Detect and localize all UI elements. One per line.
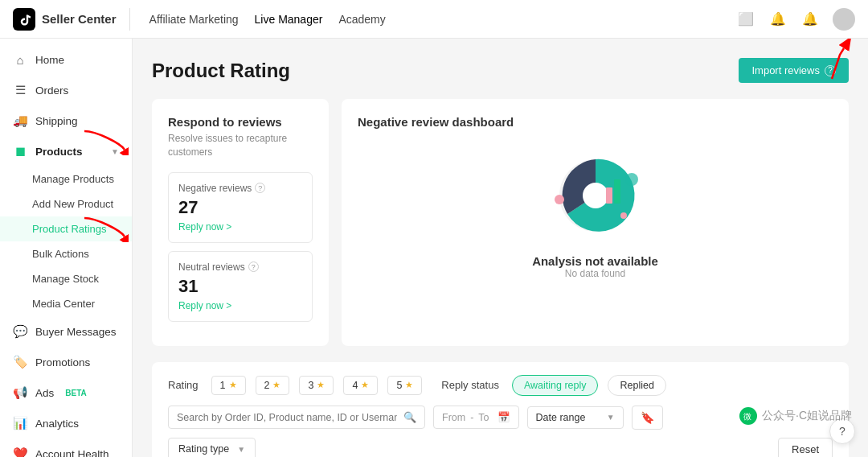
rating-3-btn[interactable]: 3 ★: [299, 376, 334, 395]
sidebar-item-orders[interactable]: ☰ Orders: [0, 75, 132, 105]
replied-btn[interactable]: Replied: [608, 375, 665, 396]
star-1-icon: ★: [229, 380, 237, 390]
sidebar-label-ads: Ads: [35, 387, 54, 399]
shipping-icon: 🚚: [13, 113, 27, 128]
rating-2-btn[interactable]: 2 ★: [256, 376, 290, 395]
orders-icon: ☰: [13, 83, 27, 97]
import-reviews-label: Import reviews: [751, 64, 820, 76]
nav-live-manager[interactable]: Live Manager: [255, 10, 323, 29]
sidebar-label-shipping: Shipping: [35, 115, 78, 127]
svg-point-2: [583, 183, 608, 208]
seller-center-label: Seller Center: [42, 12, 117, 26]
notification-icon[interactable]: 🔔: [800, 10, 820, 29]
chevron-down-rating-icon: ▼: [237, 445, 245, 454]
awaiting-reply-btn[interactable]: Awaiting reply: [512, 375, 599, 396]
neutral-reviews-header: Neutral reviews ?: [178, 261, 302, 273]
reset-button[interactable]: Reset: [778, 438, 833, 457]
replied-label: Replied: [620, 380, 653, 391]
page-header: Product Rating Import reviews ?: [152, 58, 849, 83]
account-health-icon: ❤️: [13, 447, 27, 457]
sidebar-item-promotions[interactable]: 🏷️ Promotions: [0, 347, 132, 377]
sidebar-item-bulk-actions[interactable]: Bulk Actions: [0, 241, 132, 266]
sidebar-item-products[interactable]: ◼ Products ▼: [0, 136, 132, 167]
sidebar-item-analytics[interactable]: 📊 Analytics: [0, 408, 132, 438]
no-data-sub: No data found: [532, 268, 658, 279]
sidebar-item-buyer-messages[interactable]: 💬 Buyer Messages: [0, 316, 132, 347]
sidebar-label-orders: Orders: [35, 84, 68, 97]
respond-card-title: Respond to reviews: [168, 115, 313, 129]
sidebar-label-products: Products: [35, 146, 83, 158]
sidebar-item-manage-stock[interactable]: Manage Stock: [0, 266, 132, 291]
import-info-icon: ?: [825, 65, 836, 76]
negative-reply-now[interactable]: Reply now >: [178, 221, 302, 233]
sidebar-item-account-health[interactable]: ❤️ Account Health: [0, 438, 132, 457]
ads-icon: 📢: [13, 385, 27, 400]
star-2-icon: ★: [272, 380, 280, 390]
sidebar-label-bulk-actions: Bulk Actions: [32, 248, 89, 260]
bookmark-icon: 🔖: [641, 411, 654, 424]
bell-icon[interactable]: 🔔: [768, 10, 788, 29]
messages-icon: 💬: [13, 324, 27, 339]
sidebar-label-manage-stock: Manage Stock: [32, 273, 99, 285]
chevron-down-date-icon: ▼: [607, 413, 615, 422]
respond-card-subtitle: Resolve issues to recapture customers: [168, 132, 313, 159]
search-icon: 🔍: [403, 411, 416, 423]
negative-reviews-count: 27: [178, 197, 302, 218]
nav-affiliate[interactable]: Affiliate Marketing: [149, 10, 239, 29]
rating-4-btn[interactable]: 4 ★: [343, 376, 378, 395]
sidebar-label-media-center: Media Center: [32, 298, 95, 310]
rating-type-select[interactable]: Rating type ▼: [168, 438, 256, 457]
sidebar-label-manage-products: Manage Products: [32, 173, 114, 185]
help-button[interactable]: ?: [829, 418, 855, 444]
neutral-reviews-section: Neutral reviews ? 31 Reply now >: [168, 251, 313, 322]
analytics-icon: 📊: [13, 416, 27, 430]
sidebar-item-media-center[interactable]: Media Center: [0, 291, 132, 316]
cards-row: Respond to reviews Resolve issues to rec…: [152, 99, 849, 346]
sidebar-item-shipping[interactable]: 🚚 Shipping: [0, 105, 132, 136]
sidebar-label-promotions: Promotions: [35, 356, 90, 368]
top-nav: Seller Center Affiliate Marketing Live M…: [0, 0, 868, 39]
filter-row-3: Rating type ▼ Reset: [168, 438, 833, 457]
search-box[interactable]: 🔍: [168, 406, 425, 429]
sidebar-item-ads[interactable]: 📢 Ads BETA: [0, 377, 132, 408]
sidebar-item-manage-products[interactable]: Manage Products: [0, 167, 132, 191]
respond-card: Respond to reviews Resolve issues to rec…: [152, 99, 329, 346]
date-to-label: To: [478, 412, 489, 423]
date-range-label: Date range: [536, 412, 586, 423]
negative-reviews-section: Negative reviews ? 27 Reply now >: [168, 172, 313, 243]
page-title: Product Rating: [152, 60, 290, 82]
sidebar-label-account-health: Account Health: [35, 448, 109, 458]
reply-status-label: Reply status: [441, 379, 499, 391]
main-content: Product Rating Import reviews ? Respond …: [133, 39, 868, 457]
neutral-reviews-count: 31: [178, 276, 302, 297]
save-filter-button[interactable]: 🔖: [632, 406, 663, 430]
neutral-reply-now[interactable]: Reply now >: [178, 300, 302, 311]
svg-point-3: [555, 195, 564, 204]
nav-academy[interactable]: Academy: [338, 10, 385, 29]
sidebar-item-home[interactable]: ⌂ Home: [0, 45, 132, 75]
sidebar-item-add-new-product[interactable]: Add New Product: [0, 191, 132, 216]
import-reviews-button[interactable]: Import reviews ?: [739, 58, 849, 83]
rating-5-btn[interactable]: 5 ★: [387, 376, 422, 395]
svg-point-5: [620, 212, 627, 219]
filters-section: Rating 1 ★ 2 ★ 3 ★ 4 ★ 5 ★ Reply status …: [152, 362, 849, 457]
star-4-icon: ★: [361, 380, 369, 390]
info-icon-neutral: ?: [248, 261, 259, 272]
avatar[interactable]: [833, 8, 855, 31]
top-nav-links: Affiliate Marketing Live Manager Academy: [149, 10, 717, 29]
date-range-box[interactable]: From - To 📅: [433, 406, 519, 429]
neutral-reviews-label: Neutral reviews: [178, 261, 245, 273]
brand-logo[interactable]: Seller Center: [13, 8, 130, 31]
rating-filter-label: Rating: [168, 379, 199, 391]
search-input[interactable]: [177, 412, 397, 423]
filter-row-1: Rating 1 ★ 2 ★ 3 ★ 4 ★ 5 ★ Reply status …: [168, 375, 833, 396]
dashboard-chart-area: Analysis not available No data found: [358, 138, 833, 283]
sidebar-item-product-ratings[interactable]: Product Ratings: [0, 216, 132, 241]
date-range-select[interactable]: Date range ▼: [527, 406, 624, 429]
sidebar-label-product-ratings: Product Ratings: [32, 223, 107, 235]
sidebar-label-buyer-messages: Buyer Messages: [35, 326, 117, 338]
tiktok-logo-icon: [13, 8, 35, 31]
rating-1-btn[interactable]: 1 ★: [211, 376, 246, 395]
device-icon[interactable]: ⬜: [736, 10, 755, 29]
chevron-down-icon: ▼: [111, 147, 119, 156]
